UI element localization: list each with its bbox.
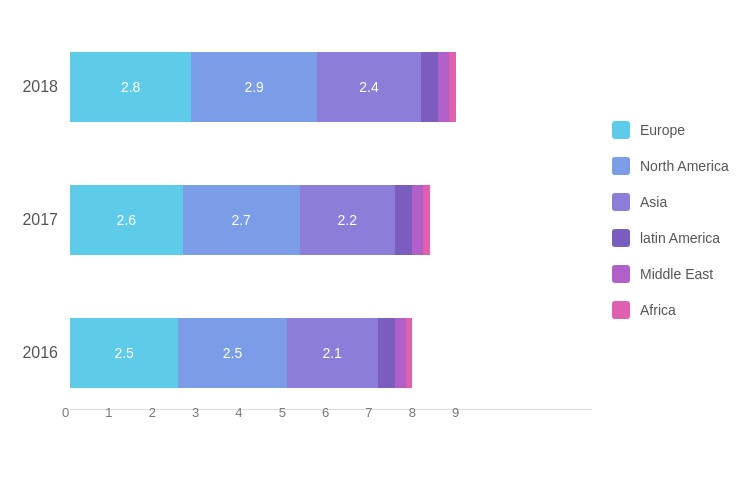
bar-segment-middle-east — [395, 318, 406, 388]
legend-item-asia: Asia — [612, 193, 732, 211]
bar-segment-north-america: 2.9 — [191, 52, 317, 122]
x-tick: 7 — [365, 405, 372, 420]
legend-label: North America — [640, 158, 729, 174]
bar-segment-asia: 2.2 — [300, 185, 395, 255]
bar-row: 20172.62.72.2 — [70, 175, 592, 265]
x-tick: 1 — [105, 405, 112, 420]
bar-segment-africa — [423, 185, 430, 255]
x-tick: 8 — [409, 405, 416, 420]
bar-segment-latin-america — [395, 185, 412, 255]
legend-label: Middle East — [640, 266, 713, 282]
legend-label: Africa — [640, 302, 676, 318]
chart-container: 20182.82.92.420172.62.72.220162.52.52.1 … — [0, 0, 742, 500]
bar-segment-north-america: 2.5 — [178, 318, 286, 388]
bar-segment-latin-america — [421, 52, 438, 122]
legend-swatch — [612, 157, 630, 175]
legend-label: Asia — [640, 194, 667, 210]
legend-item-latin-america: latin America — [612, 229, 732, 247]
legend: EuropeNorth AmericaAsialatin AmericaMidd… — [592, 121, 732, 319]
bar-segment-middle-east — [438, 52, 449, 122]
bar-segment-africa — [449, 52, 456, 122]
bar-segment-latin-america — [378, 318, 395, 388]
legend-item-north-america: North America — [612, 157, 732, 175]
legend-item-middle-east: Middle East — [612, 265, 732, 283]
bar-row: 20162.52.52.1 — [70, 308, 592, 398]
bar-segment-europe: 2.6 — [70, 185, 183, 255]
bar-segment-europe: 2.8 — [70, 52, 191, 122]
legend-item-europe: Europe — [612, 121, 732, 139]
legend-label: latin America — [640, 230, 720, 246]
bar-stack: 2.82.92.4 — [70, 52, 456, 122]
bars-section: 20182.82.92.420172.62.72.220162.52.52.1 — [70, 20, 592, 450]
x-tick: 0 — [62, 405, 69, 420]
bar-year-label: 2017 — [20, 211, 70, 229]
bar-stack: 2.52.52.1 — [70, 318, 412, 388]
bar-segment-asia: 2.4 — [317, 52, 421, 122]
legend-swatch — [612, 301, 630, 319]
bar-segment-north-america: 2.7 — [183, 185, 300, 255]
bar-segment-middle-east — [412, 185, 423, 255]
bar-year-label: 2018 — [20, 78, 70, 96]
x-tick: 2 — [149, 405, 156, 420]
legend-label: Europe — [640, 122, 685, 138]
legend-swatch — [612, 265, 630, 283]
x-tick: 9 — [452, 405, 459, 420]
bar-year-label: 2016 — [20, 344, 70, 362]
bar-stack: 2.62.72.2 — [70, 185, 430, 255]
legend-swatch — [612, 229, 630, 247]
legend-item-africa: Africa — [612, 301, 732, 319]
legend-swatch — [612, 193, 630, 211]
bar-segment-asia: 2.1 — [287, 318, 378, 388]
x-axis: 0123456789 — [70, 405, 592, 430]
x-tick: 3 — [192, 405, 199, 420]
chart-area: 20182.82.92.420172.62.72.220162.52.52.1 … — [70, 20, 592, 450]
x-tick: 6 — [322, 405, 329, 420]
legend-swatch — [612, 121, 630, 139]
bar-row: 20182.82.92.4 — [70, 42, 592, 132]
x-tick: 4 — [235, 405, 242, 420]
x-tick: 5 — [279, 405, 286, 420]
bar-segment-africa — [406, 318, 413, 388]
bar-segment-europe: 2.5 — [70, 318, 178, 388]
